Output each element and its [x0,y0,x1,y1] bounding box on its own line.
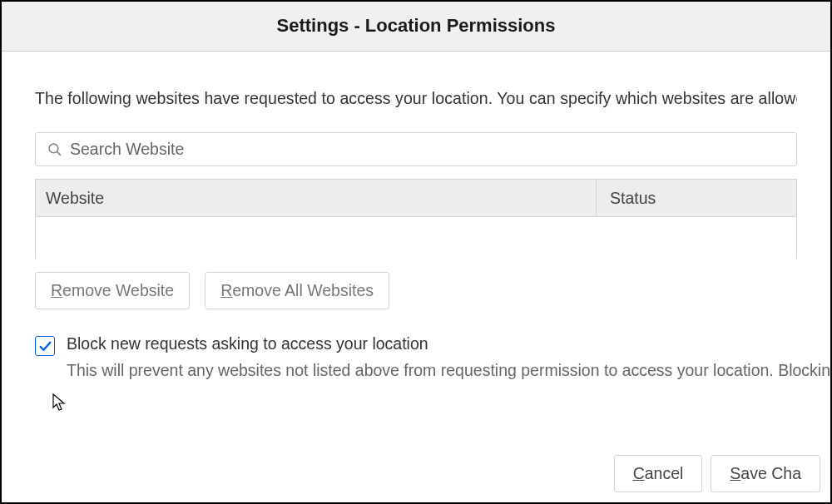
column-website[interactable]: Website [36,180,597,216]
svg-point-0 [49,144,58,153]
save-changes-button[interactable]: Save Cha [711,455,820,492]
dialog-title: Settings - Location Permissions [2,15,830,37]
website-table-body [35,217,797,259]
dialog-content: The following websites have requested to… [2,52,830,383]
check-icon [38,339,52,353]
remove-buttons-row: Remove Website Remove All Websites [35,272,797,309]
dialog-header: Settings - Location Permissions [2,2,830,52]
search-icon [47,142,62,156]
svg-line-1 [57,152,61,156]
remove-all-websites-button[interactable]: Remove All Websites [205,272,389,309]
remove-website-button[interactable]: Remove Website [35,272,190,309]
block-requests-checkbox[interactable] [35,336,55,356]
block-requests-description: This will prevent any websites not liste… [67,358,832,383]
column-status[interactable]: Status [597,180,796,216]
cancel-button[interactable]: Cancel [614,455,703,492]
website-table-header: Website Status [35,179,797,217]
dialog-footer: Cancel Save Cha [614,455,830,492]
block-requests-option: Block new requests asking to access your… [35,334,797,383]
block-requests-label: Block new requests asking to access your… [67,334,832,353]
search-website-field[interactable] [35,132,797,166]
cursor-pointer-icon [52,393,68,414]
dialog-description: The following websites have requested to… [35,85,797,112]
search-input[interactable] [70,140,785,159]
